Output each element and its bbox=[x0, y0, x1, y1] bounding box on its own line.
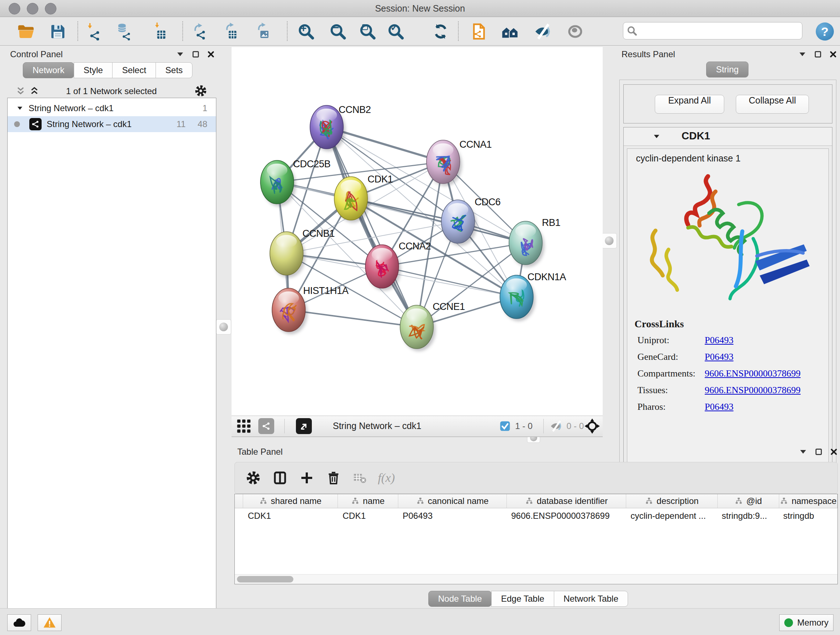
tab-select[interactable]: Select bbox=[112, 62, 156, 78]
export-image-button[interactable] bbox=[254, 21, 274, 42]
network-list-options-gear-icon[interactable] bbox=[195, 85, 207, 97]
column-header-canonicalname[interactable]: canonical name bbox=[398, 494, 507, 508]
column-header-id[interactable]: @id bbox=[718, 494, 780, 508]
column-header-databaseidentifier[interactable]: database identifier bbox=[507, 494, 626, 508]
network-node-cdk1[interactable] bbox=[334, 177, 370, 223]
network-node-cdc6[interactable] bbox=[441, 200, 477, 246]
network-node-hist1h1a[interactable] bbox=[272, 288, 308, 334]
table-options-button[interactable] bbox=[243, 468, 263, 488]
delete-column-button[interactable] bbox=[324, 468, 343, 488]
crosslink-link[interactable]: P06493 bbox=[705, 402, 733, 412]
warnings-button[interactable] bbox=[38, 614, 62, 631]
table-cell[interactable]: cyclin-dependent ... bbox=[625, 511, 717, 521]
close-panel-icon[interactable] bbox=[207, 50, 215, 58]
float-panel-icon[interactable] bbox=[192, 50, 200, 58]
refresh-network-button[interactable] bbox=[431, 21, 451, 42]
node-section-header[interactable]: CDK1 bbox=[624, 127, 832, 146]
table-cell[interactable]: stringdb:9... bbox=[717, 511, 778, 521]
crosslink-link[interactable]: P06493 bbox=[705, 335, 733, 345]
collapse-panel-icon[interactable] bbox=[798, 50, 807, 59]
zoom-out-button[interactable]: − bbox=[328, 21, 348, 42]
table-cell[interactable]: 9606.ENSP00000378699 bbox=[506, 511, 625, 521]
zoom-selected-button[interactable]: ✓ bbox=[386, 21, 406, 42]
right-splitter-handle[interactable] bbox=[602, 233, 616, 248]
tab-style[interactable]: Style bbox=[74, 62, 112, 78]
zoom-in-button[interactable]: + bbox=[296, 21, 316, 42]
network-badge-button[interactable] bbox=[258, 418, 274, 434]
open-in-window-button[interactable] bbox=[296, 418, 312, 434]
collapse-all-button[interactable]: Collapse All bbox=[736, 95, 809, 114]
birdseye-navigator-icon[interactable] bbox=[584, 418, 600, 434]
function-builder-button-disabled[interactable]: f(x) bbox=[377, 468, 396, 488]
crosslink-link[interactable]: P06493 bbox=[705, 352, 733, 362]
export-table-button[interactable] bbox=[222, 21, 242, 42]
hide-panel-button[interactable] bbox=[532, 21, 553, 42]
tab-network[interactable]: Network bbox=[23, 62, 74, 78]
network-edges[interactable] bbox=[277, 127, 526, 327]
close-panel-icon[interactable] bbox=[829, 50, 837, 58]
selected-checkbox-icon[interactable] bbox=[499, 420, 511, 432]
tab-string[interactable]: String bbox=[706, 62, 748, 78]
export-network-button[interactable] bbox=[191, 21, 211, 42]
section-expander-icon[interactable] bbox=[653, 133, 660, 141]
column-header-sharedname[interactable]: shared name bbox=[243, 494, 338, 508]
search-input[interactable] bbox=[639, 24, 796, 37]
network-node-ccna1[interactable] bbox=[426, 140, 462, 186]
import-network-file-button[interactable] bbox=[85, 21, 106, 42]
crosslink-link[interactable]: 9606.ENSP00000378699 bbox=[705, 385, 801, 395]
float-panel-icon[interactable] bbox=[814, 50, 822, 58]
column-header-description[interactable]: description bbox=[626, 494, 717, 508]
tab-edge-table[interactable]: Edge Table bbox=[491, 591, 554, 607]
table-row[interactable]: CDK1CDK1P064939606.ENSP00000378699cyclin… bbox=[235, 508, 837, 524]
table-cell[interactable]: CDK1 bbox=[338, 511, 398, 521]
delete-table-button-disabled[interactable] bbox=[350, 468, 369, 488]
table-cell[interactable]: P06493 bbox=[398, 511, 506, 521]
zoom-fit-button[interactable] bbox=[357, 21, 378, 42]
network-canvas[interactable]: CCNB2CCNA1CDC25BCDK1CDC6RB1CCNB1CCNA2CDK… bbox=[232, 47, 603, 416]
table-cell[interactable]: stringdb bbox=[778, 511, 836, 521]
tab-network-table[interactable]: Network Table bbox=[554, 591, 628, 607]
network-row-selected[interactable]: String Network – cdk1 11 48 bbox=[8, 116, 216, 132]
network-node-ccne1[interactable] bbox=[400, 305, 436, 351]
network-edge[interactable] bbox=[289, 310, 417, 327]
status-bar: Memory bbox=[0, 608, 840, 635]
expand-all-networks-icon[interactable] bbox=[30, 86, 39, 96]
search-field[interactable] bbox=[623, 22, 802, 40]
string-network-graph[interactable]: CCNB2CCNA1CDC25BCDK1CDC6RB1CCNB1CCNA2CDK… bbox=[232, 47, 603, 416]
column-header-name[interactable]: name bbox=[338, 494, 398, 508]
network-collection-row[interactable]: String Network – cdk1 1 bbox=[8, 100, 216, 116]
node-table[interactable]: shared namenamecanonical namedatabase id… bbox=[234, 494, 838, 584]
network-edge[interactable] bbox=[327, 127, 417, 327]
float-panel-icon[interactable] bbox=[815, 448, 823, 456]
show-panel-button[interactable] bbox=[565, 21, 585, 42]
network-node-ccna2[interactable] bbox=[365, 245, 401, 291]
collapse-panel-icon[interactable] bbox=[176, 50, 185, 59]
network-node-rb1[interactable] bbox=[509, 221, 545, 267]
import-table-button[interactable] bbox=[150, 21, 171, 42]
import-network-database-button[interactable] bbox=[117, 21, 137, 42]
cloud-status-button[interactable] bbox=[7, 614, 31, 631]
save-session-button[interactable] bbox=[48, 21, 68, 42]
network-node-ccnb1[interactable] bbox=[270, 232, 305, 278]
expand-all-button[interactable]: Expand All bbox=[655, 95, 724, 114]
table-cell[interactable]: CDK1 bbox=[243, 511, 338, 521]
left-splitter-handle[interactable] bbox=[216, 320, 231, 334]
show-columns-button[interactable] bbox=[270, 468, 290, 488]
tree-expander-icon[interactable] bbox=[16, 105, 24, 112]
create-column-button[interactable] bbox=[297, 468, 317, 488]
string-home-button[interactable] bbox=[500, 21, 520, 42]
tab-sets[interactable]: Sets bbox=[156, 62, 193, 78]
collapse-panel-icon[interactable] bbox=[799, 448, 807, 456]
help-button[interactable]: ? bbox=[815, 21, 835, 42]
scrollbar-thumb[interactable] bbox=[237, 576, 294, 583]
close-panel-icon[interactable] bbox=[830, 448, 838, 456]
collapse-all-networks-icon[interactable] bbox=[16, 86, 25, 96]
import-string-network-button[interactable] bbox=[469, 21, 489, 42]
table-horizontal-scrollbar[interactable] bbox=[235, 574, 837, 584]
open-session-button[interactable] bbox=[16, 21, 36, 42]
column-header-namespace[interactable]: namespace bbox=[779, 494, 837, 508]
crosslink-link[interactable]: 9606.ENSP00000378699 bbox=[705, 368, 801, 379]
show-grid-button[interactable] bbox=[236, 418, 252, 434]
tab-node-table[interactable]: Node Table bbox=[428, 591, 492, 607]
memory-button[interactable]: Memory bbox=[779, 614, 834, 631]
